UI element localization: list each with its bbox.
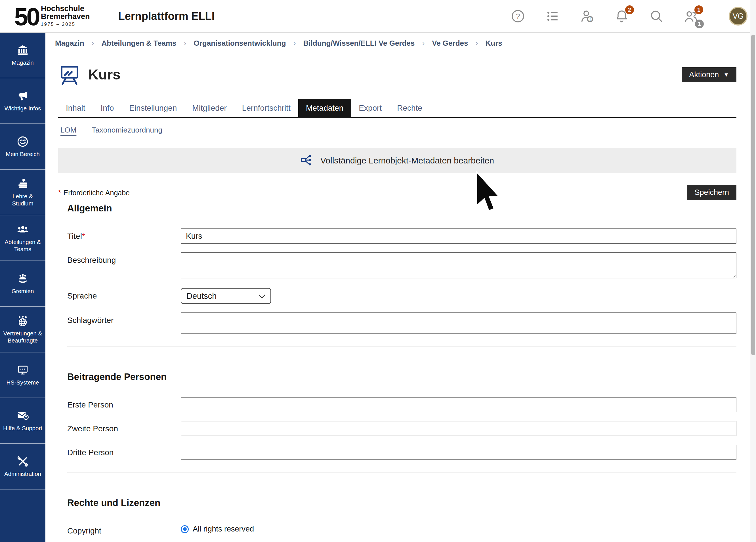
sidebar-item-lehre-studium[interactable]: Lehre & Studium: [0, 170, 45, 215]
globe-people-icon: [16, 315, 29, 327]
schlagwoerter-input[interactable]: [181, 312, 736, 334]
svg-text:?: ?: [25, 415, 27, 419]
dritte-person-label: Dritte Person: [67, 445, 181, 460]
tab-mitglieder[interactable]: Mitglieder: [184, 99, 234, 117]
contacts-online-badge: 1: [695, 20, 704, 28]
copyright-radio-row: All rights reserved: [181, 523, 736, 533]
schlagwoerter-label: Schlagwörter: [67, 312, 181, 334]
sidebar-item-administration[interactable]: Administration: [0, 444, 45, 490]
main-area: Magazin› Abteilungen & Teams› Organisati…: [45, 33, 750, 542]
smiley-icon: [16, 135, 29, 148]
copyright-label: Copyright: [67, 523, 181, 535]
erste-person-input[interactable]: [181, 397, 736, 412]
university-logo: 50 Hochschule Bremerhaven 1975 – 2025: [14, 5, 90, 28]
user-alert-icon[interactable]: !: [580, 9, 594, 23]
sidebar-item-label: Administration: [4, 470, 41, 477]
subtab-taxonomiezuordnung[interactable]: Taxonomiezuordnung: [92, 126, 162, 135]
section-heading-rechte: Rechte und Lizenzen: [67, 497, 736, 508]
logo-line2: Bremerhaven: [41, 13, 90, 21]
chevron-right-icon: ›: [184, 39, 186, 48]
contacts-new-badge: 1: [694, 5, 703, 14]
svg-text:!: !: [589, 16, 591, 22]
sidebar-item-mein-bereich[interactable]: Mein Bereich: [0, 124, 45, 170]
notifications-badge: 2: [625, 5, 634, 14]
banner-label: Vollständige Lernobjekt-Metadaten bearbe…: [320, 156, 494, 165]
section-heading-beitragende: Beitragende Personen: [67, 371, 736, 382]
tab-lernfortschritt[interactable]: Lernfortschritt: [234, 99, 298, 117]
tab-bar: Inhalt Info Einstellungen Mitglieder Ler…: [58, 99, 736, 118]
tab-info[interactable]: Info: [93, 99, 122, 117]
breadcrumb-link[interactable]: Abteilungen & Teams: [102, 39, 177, 48]
sidebar-item-hs-systeme[interactable]: HS-Systeme: [0, 352, 45, 398]
help-icon[interactable]: ?: [511, 9, 525, 23]
zweite-person-input[interactable]: [181, 421, 736, 436]
list-icon[interactable]: [545, 9, 560, 23]
user-avatar[interactable]: VG: [729, 7, 747, 26]
committee-icon: [16, 272, 29, 285]
sidebar-item-label: Magazin: [12, 59, 34, 66]
sidebar-item-abteilungen-teams[interactable]: Abteilungen & Teams: [0, 215, 45, 261]
sidebar-item-label: Lehre & Studium: [1, 193, 44, 207]
zweite-person-label: Zweite Person: [67, 421, 181, 436]
sprache-select[interactable]: Deutsch: [181, 288, 271, 304]
save-button[interactable]: Speichern: [687, 185, 736, 200]
required-note: *Erforderliche Angabe: [58, 185, 130, 197]
course-easel-icon: [58, 63, 81, 86]
sidebar-item-label: Wichtige Infos: [5, 105, 41, 112]
tab-export[interactable]: Export: [351, 99, 389, 117]
bank-icon: [16, 44, 29, 56]
sidebar-item-label: Abteilungen & Teams: [1, 239, 44, 252]
tab-inhalt[interactable]: Inhalt: [58, 99, 93, 117]
sprache-label: Sprache: [67, 288, 181, 304]
search-icon[interactable]: [649, 9, 663, 23]
bell-icon[interactable]: 2: [615, 9, 629, 23]
chevron-right-icon: ›: [475, 39, 478, 48]
tab-metadaten[interactable]: Metadaten: [298, 99, 351, 117]
breadcrumb-link[interactable]: Ve Gerdes: [432, 39, 468, 48]
mail-question-icon: ?: [16, 409, 29, 422]
sprache-selected-value: Deutsch: [186, 291, 217, 301]
app-title: Lernplattform ELLI: [118, 10, 215, 22]
section-divider: [67, 472, 736, 472]
page-title: Kurs: [88, 66, 121, 83]
logo-line1: Hochschule: [41, 5, 90, 13]
subtab-lom[interactable]: LOM: [60, 126, 76, 135]
sidebar-item-label: HS-Systeme: [6, 379, 39, 386]
erste-person-label: Erste Person: [67, 397, 181, 412]
contacts-icon[interactable]: 1 1: [684, 9, 698, 23]
sidebar-item-label: Vertretungen & Beauftragte: [1, 330, 44, 344]
dritte-person-input[interactable]: [181, 445, 736, 460]
sidebar-item-gremien[interactable]: Gremien: [0, 261, 45, 307]
sidebar-item-magazin[interactable]: Magazin: [0, 33, 45, 78]
tab-rechte[interactable]: Rechte: [389, 99, 430, 117]
header-icon-bar: ? ! 2: [511, 7, 747, 26]
svg-text:?: ?: [516, 12, 520, 21]
vertical-scrollbar-track[interactable]: [750, 0, 756, 542]
breadcrumb-link[interactable]: Organisationsentwicklung: [194, 39, 286, 48]
actions-button[interactable]: Aktionen ▼: [682, 67, 736, 82]
breadcrumb-link[interactable]: Magazin: [55, 39, 84, 48]
logo-50: 50: [14, 6, 39, 28]
titel-input[interactable]: [181, 228, 736, 244]
chevron-right-icon: ›: [92, 39, 94, 48]
sidebar-item-label: Gremien: [12, 288, 34, 295]
tools-icon: [16, 455, 29, 468]
breadcrumb-current[interactable]: Kurs: [485, 39, 502, 48]
breadcrumb: Magazin› Abteilungen & Teams› Organisati…: [45, 33, 750, 54]
vertical-scrollbar-thumb[interactable]: [751, 35, 755, 355]
sidebar-item-hilfe-support[interactable]: ? Hilfe & Support: [0, 398, 45, 444]
beschreibung-textarea[interactable]: [181, 252, 736, 278]
sidebar-item-wichtige-infos[interactable]: Wichtige Infos: [0, 78, 45, 124]
edit-full-metadata-banner[interactable]: Vollständige Lernobjekt-Metadaten bearbe…: [58, 148, 736, 173]
tab-einstellungen[interactable]: Einstellungen: [121, 99, 184, 117]
sidebar-item-vertretungen-beauftragte[interactable]: Vertretungen & Beauftragte: [0, 307, 45, 352]
people-group-icon: [16, 223, 29, 236]
radio-selected-icon[interactable]: [181, 525, 189, 533]
chevron-down-icon: [259, 291, 265, 301]
beschreibung-label: Beschreibung: [67, 252, 181, 280]
monitor-icon: [16, 364, 29, 376]
caret-down-icon: ▼: [723, 72, 729, 77]
megaphone-icon: [16, 90, 29, 102]
sidebar-item-label: Mein Bereich: [6, 151, 40, 157]
breadcrumb-link[interactable]: Bildung/Wissen/ELLI Ve Gerdes: [303, 39, 415, 48]
